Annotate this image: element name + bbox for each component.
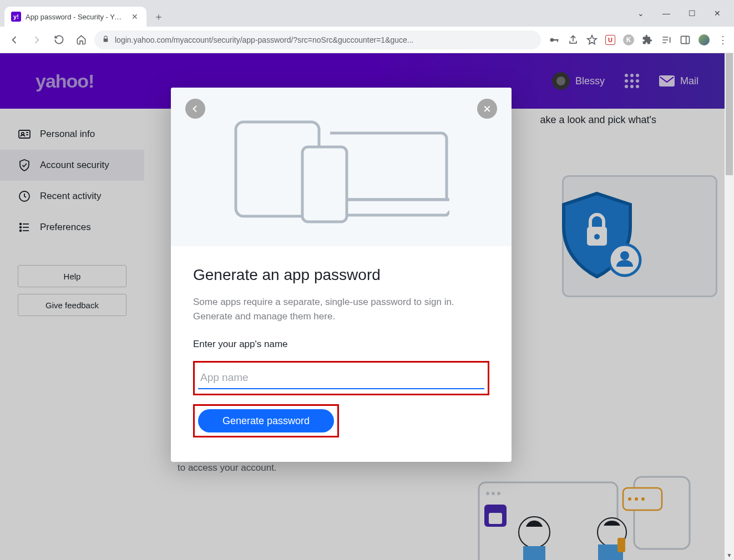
app-password-modal: Generate an app password Some apps requi… xyxy=(171,88,512,462)
scrollbar[interactable]: ▲ ▼ xyxy=(725,53,734,560)
close-window-icon[interactable]: ✕ xyxy=(711,9,724,18)
titlebar: y! App password - Security - Yahoo ✕ ＋ ⌄… xyxy=(0,0,734,27)
chevron-down-icon[interactable]: ⌄ xyxy=(634,9,647,18)
devices-icon xyxy=(233,114,449,225)
media-icon[interactable] xyxy=(661,34,672,45)
svg-rect-38 xyxy=(302,147,347,222)
share-icon[interactable] xyxy=(568,34,579,45)
profile-avatar[interactable] xyxy=(698,34,710,45)
modal-label: Enter your app's name xyxy=(193,339,489,350)
maximize-icon[interactable]: ☐ xyxy=(685,9,698,18)
home-button[interactable] xyxy=(72,31,90,49)
sidepanel-icon[interactable] xyxy=(680,34,691,45)
address-bar[interactable]: login.yahoo.com/myaccount/security/app-p… xyxy=(94,30,541,49)
extensions-icon[interactable] xyxy=(642,34,653,45)
url-text: login.yahoo.com/myaccount/security/app-p… xyxy=(115,35,414,44)
modal-close-button[interactable] xyxy=(477,99,497,119)
svg-rect-3 xyxy=(681,36,690,43)
toolbar-actions: U K ⋮ xyxy=(545,34,728,45)
yahoo-favicon: y! xyxy=(11,12,21,22)
key-icon[interactable] xyxy=(549,34,560,45)
scroll-thumb[interactable] xyxy=(726,53,733,175)
scroll-down-icon[interactable]: ▼ xyxy=(725,551,734,560)
forward-button[interactable] xyxy=(28,31,45,49)
new-tab-button[interactable]: ＋ xyxy=(151,9,166,24)
mcafee-icon[interactable]: U xyxy=(605,35,615,45)
extension-k-icon[interactable]: K xyxy=(623,34,634,45)
generate-button-highlight: Generate password xyxy=(193,404,339,437)
window-controls: ⌄ ― ☐ ✕ xyxy=(634,0,734,27)
modal-description: Some apps require a separate, single-use… xyxy=(193,295,489,323)
app-name-input[interactable] xyxy=(198,366,484,389)
app-name-input-highlight xyxy=(193,361,489,395)
close-tab-icon[interactable]: ✕ xyxy=(130,12,140,22)
minimize-icon[interactable]: ― xyxy=(660,9,673,18)
star-icon[interactable] xyxy=(586,34,598,45)
lock-icon xyxy=(102,35,109,44)
browser-toolbar: login.yahoo.com/myaccount/security/app-p… xyxy=(0,27,734,53)
viewport: yahoo! Blessy Mail xyxy=(0,53,734,560)
svg-point-0 xyxy=(550,38,554,42)
svg-rect-2 xyxy=(557,39,558,42)
browser-window: y! App password - Security - Yahoo ✕ ＋ ⌄… xyxy=(0,0,734,560)
reload-button[interactable] xyxy=(50,31,68,49)
generate-password-button[interactable]: Generate password xyxy=(198,409,334,432)
tab-title: App password - Security - Yahoo xyxy=(26,13,125,21)
modal-title: Generate an app password xyxy=(193,266,489,284)
browser-tab[interactable]: y! App password - Security - Yahoo ✕ xyxy=(4,7,146,27)
menu-icon[interactable]: ⋮ xyxy=(717,34,728,45)
modal-illustration xyxy=(171,88,512,246)
back-button[interactable] xyxy=(6,31,23,49)
modal-back-button[interactable] xyxy=(185,99,205,119)
